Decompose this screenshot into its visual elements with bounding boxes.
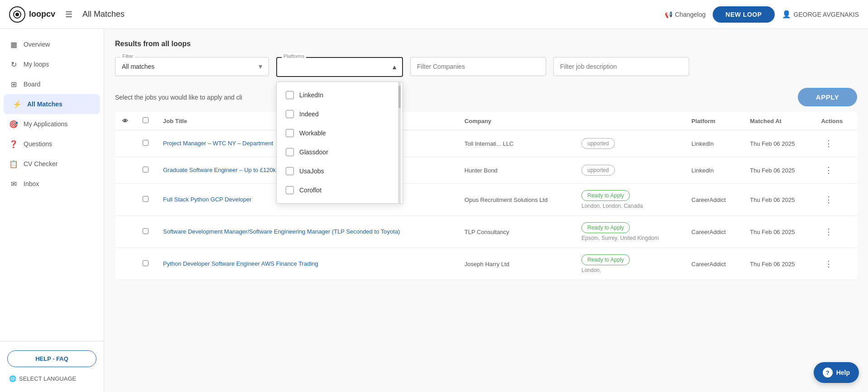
row-checkbox-0[interactable]	[143, 140, 149, 146]
table-row: Project Manager – WTC NY – Department To…	[115, 130, 857, 157]
col-company: Company	[457, 112, 574, 130]
user-icon: 👤	[782, 10, 791, 19]
language-selector[interactable]: 🌐 SELECT LANGUAGE	[0, 371, 104, 387]
col-platform: Platform	[684, 112, 743, 130]
job-title-link-0[interactable]: Project Manager – WTC NY – Department	[163, 140, 273, 147]
dropdown-item-glassdoor[interactable]: Glassdoor	[277, 143, 403, 162]
apply-button[interactable]: APPLY	[798, 88, 857, 106]
platform-cell-2: CareerAddict	[684, 184, 743, 216]
cv-checker-icon: 📋	[9, 159, 18, 168]
company-cell-1: Hunter Bond	[457, 157, 574, 184]
user-menu-button[interactable]: 👤 GEORGE AVGENAKIS	[782, 10, 859, 19]
row-checkbox-1[interactable]	[143, 167, 149, 172]
dropdown-item-indeed[interactable]: Indeed	[277, 105, 403, 124]
eye-header-icon: 👁	[122, 118, 128, 124]
status-badge: Ready to Apply	[581, 222, 630, 233]
workable-checkbox[interactable]	[286, 129, 294, 137]
logo: loopcv	[9, 6, 55, 23]
status-badge-2: Ready to Apply London, London, Canada	[574, 184, 684, 216]
sidebar: ▦ Overview ↻ My loops ⊞ Board ⚡ All Matc…	[0, 29, 104, 392]
row-eye-3	[115, 216, 135, 248]
indeed-checkbox[interactable]	[286, 110, 294, 118]
row-eye-2	[115, 184, 135, 216]
changelog-button[interactable]: 📢 Changelog	[665, 11, 706, 18]
table-row: Python Developer Software Engineer AWS F…	[115, 248, 857, 280]
table-row: Full Stack Python GCP Developer Opus Rec…	[115, 184, 857, 216]
filter-description-input[interactable]	[553, 57, 689, 76]
sidebar-item-all-matches[interactable]: ⚡ All Matches	[4, 94, 100, 114]
sidebar-item-board[interactable]: ⊞ Board	[0, 74, 104, 94]
dropdown-item-linkedin[interactable]: LinkedIn	[277, 86, 403, 105]
actions-menu-button-0[interactable]: ⋮	[821, 137, 837, 150]
dropdown-item-usajobs[interactable]: UsaJobs	[277, 162, 403, 181]
usajobs-checkbox[interactable]	[286, 167, 294, 175]
sidebar-item-inbox[interactable]: ✉ Inbox	[0, 174, 104, 194]
coroflot-label: Coroflot	[299, 186, 321, 194]
status-badge-0: upported	[574, 130, 684, 157]
actions-menu-button-4[interactable]: ⋮	[821, 257, 837, 271]
overview-icon: ▦	[9, 40, 18, 49]
job-title-link-4[interactable]: Python Developer Software Engineer AWS F…	[163, 260, 318, 267]
job-title-link-2[interactable]: Full Stack Python GCP Developer	[163, 196, 252, 203]
all-matches-icon: ⚡	[13, 100, 22, 109]
matched-at-cell-3: Thu Feb 06 2025	[743, 216, 814, 248]
sidebar-item-my-applications[interactable]: 🎯 My Applications	[0, 114, 104, 134]
sidebar-item-my-loops[interactable]: ↻ My loops	[0, 54, 104, 74]
select-all-checkbox[interactable]	[143, 117, 149, 123]
board-icon: ⊞	[9, 80, 18, 89]
hamburger-button[interactable]: ☰	[62, 7, 75, 22]
usajobs-label: UsaJobs	[299, 167, 324, 175]
status-badge-4: Ready to Apply London,	[574, 248, 684, 280]
sidebar-item-questions[interactable]: ❓ Questions	[0, 134, 104, 154]
company-cell-0: Toll Internati... LLC	[457, 130, 574, 157]
dropdown-scrollbar[interactable]	[398, 82, 401, 203]
sidebar-item-overview[interactable]: ▦ Overview	[0, 34, 104, 54]
platform-cell-4: CareerAddict	[684, 248, 743, 280]
select-jobs-text: Select the jobs you would like to apply …	[115, 94, 242, 101]
linkedin-checkbox[interactable]	[286, 91, 294, 99]
row-checkbox-3[interactable]	[143, 228, 149, 234]
actions-menu-button-2[interactable]: ⋮	[821, 193, 837, 206]
new-loop-button[interactable]: NEW LOOP	[713, 6, 774, 23]
dropdown-item-workable[interactable]: Workable	[277, 124, 403, 143]
indeed-label: Indeed	[299, 110, 319, 118]
filter-label: Filter	[120, 53, 135, 59]
matched-at-cell-2: Thu Feb 06 2025	[743, 184, 814, 216]
help-bubble-button[interactable]: ? Help	[814, 362, 859, 383]
glassdoor-checkbox[interactable]	[286, 148, 294, 156]
jobs-table: 👁 Job Title Company Platform Matched At …	[115, 112, 857, 280]
filter-dropdown[interactable]: All matches	[115, 57, 269, 76]
help-faq-button[interactable]: HELP - FAQ	[7, 350, 96, 367]
logo-text: loopcv	[29, 10, 55, 19]
platforms-label: Platforms	[282, 53, 306, 59]
dropdown-item-coroflot[interactable]: Coroflot	[277, 181, 403, 200]
matched-at-cell-0: Thu Feb 06 2025	[743, 130, 814, 157]
matched-at-cell-4: Thu Feb 06 2025	[743, 248, 814, 280]
platform-cell-1: LinkedIn	[684, 157, 743, 184]
platforms-input[interactable]	[276, 57, 403, 77]
inbox-icon: ✉	[9, 179, 18, 188]
status-badge-3: Ready to Apply Epsom, Surrey, United Kin…	[574, 216, 684, 248]
col-status	[574, 112, 684, 130]
row-checkbox-2[interactable]	[143, 196, 149, 202]
filters-row: Filter All matches ▼ Platforms ▲ LinkedI…	[115, 57, 857, 77]
linkedin-label: LinkedIn	[299, 91, 323, 99]
company-cell-2: Opus Recruitment Solutions Ltd	[457, 184, 574, 216]
matched-at-cell-1: Thu Feb 06 2025	[743, 157, 814, 184]
actions-menu-button-3[interactable]: ⋮	[821, 225, 837, 239]
sidebar-item-cv-checker[interactable]: 📋 CV Checker	[0, 154, 104, 174]
help-circle-icon: ?	[823, 368, 833, 378]
table-row: Graduate Software Engineer – Up to £120k…	[115, 157, 857, 184]
filter-companies-input[interactable]	[410, 57, 546, 76]
coroflot-checkbox[interactable]	[286, 186, 294, 194]
actions-menu-button-1[interactable]: ⋮	[821, 163, 837, 177]
job-title-link-3[interactable]: Software Development Manager/Software En…	[163, 228, 400, 235]
row-eye-1	[115, 157, 135, 184]
row-checkbox-4[interactable]	[143, 260, 149, 266]
logo-icon	[9, 6, 25, 23]
questions-icon: ❓	[9, 139, 18, 148]
status-badge: upported	[581, 138, 614, 149]
col-matched-at: Matched At	[743, 112, 814, 130]
table-row: Software Development Manager/Software En…	[115, 216, 857, 248]
page-title: All Matches	[82, 10, 657, 19]
